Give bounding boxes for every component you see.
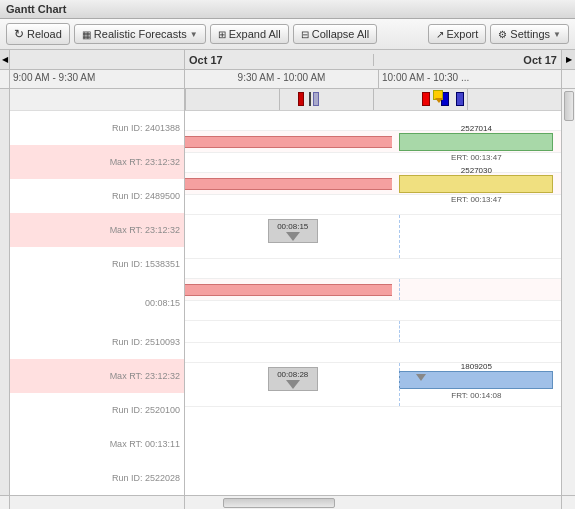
marker-yellow bbox=[433, 90, 443, 100]
label-row-1: Run ID: 2401388 bbox=[10, 111, 185, 145]
drop-bar-2: 00:08:28 bbox=[268, 367, 318, 391]
bar-id-3: 1809205 bbox=[461, 362, 492, 371]
left-nav-col bbox=[0, 89, 10, 495]
left-arrow-icon: ◀ bbox=[2, 55, 8, 64]
chart-row-2 bbox=[185, 153, 561, 173]
chart-row-4b bbox=[185, 279, 561, 301]
bar-label-3: FRT: 00:14:08 bbox=[451, 391, 501, 400]
drop-bar-label-1: 00:08:15 bbox=[277, 221, 308, 232]
h-scrollbar-thumb[interactable] bbox=[223, 498, 336, 508]
scroll-left-button[interactable]: ◀ bbox=[0, 50, 10, 69]
scrollbar-thumb[interactable] bbox=[564, 91, 574, 121]
green-bar-1: 2527014 ERT: 00:13:47 bbox=[399, 133, 553, 151]
chart-row-1b: 2527014 ERT: 00:13:47 bbox=[185, 131, 561, 153]
settings-label: Settings bbox=[510, 28, 550, 40]
chart-row-5 bbox=[185, 301, 561, 321]
label-row-3: Run ID: 2489500 bbox=[10, 179, 185, 213]
bar-id-1: 2527014 bbox=[461, 124, 492, 133]
run-id-4: Run ID: 2510093 bbox=[14, 337, 180, 347]
expand-all-label: Expand All bbox=[229, 28, 281, 40]
blue-bar-1: 1809205 FRT: 00:14:08 bbox=[399, 371, 553, 389]
run-id-5: Run ID: 2520100 bbox=[14, 405, 180, 415]
label-row-8: Max RT: 23:12:32 bbox=[10, 359, 185, 393]
chart-row-5b bbox=[185, 321, 561, 343]
settings-chevron-icon: ▼ bbox=[553, 30, 561, 39]
export-label: Export bbox=[447, 28, 479, 40]
yellow-bar-1: 2527030 ERT: 00:13:47 bbox=[399, 175, 553, 193]
gantt-header: ◀ Oct 17 Oct 17 ▶ 9:00 AM - 9:30 AM 9:30… bbox=[0, 50, 575, 89]
horizontal-scrollbar[interactable] bbox=[0, 495, 575, 509]
label-row-2: Max RT: 23:12:32 bbox=[10, 145, 185, 179]
label-row-11: Run ID: 2522028 bbox=[10, 461, 185, 495]
settings-icon: ⚙ bbox=[498, 29, 507, 40]
marker-red-2 bbox=[422, 92, 430, 106]
right-arrow-icon: ▶ bbox=[566, 55, 572, 64]
bar-id-2: 2527030 bbox=[461, 166, 492, 175]
title-bar: Gantt Chart bbox=[0, 0, 575, 19]
gantt-body: Run ID: 2401388 Max RT: 23:12:32 Run ID:… bbox=[0, 89, 575, 495]
drop-time-1: 00:08:15 bbox=[14, 298, 180, 308]
time-left: 9:00 AM - 9:30 AM bbox=[10, 70, 185, 88]
time-center: 9:30 AM - 10:00 AM bbox=[185, 70, 378, 88]
pink-bar-1 bbox=[185, 136, 392, 148]
toolbar-right: ↗ Export ⚙ Settings ▼ bbox=[428, 24, 569, 44]
title-text: Gantt Chart bbox=[6, 3, 67, 15]
drop-triangle-2 bbox=[286, 380, 300, 389]
gantt-content: Run ID: 2401388 Max RT: 23:12:32 Run ID:… bbox=[0, 89, 575, 495]
labels-column: Run ID: 2401388 Max RT: 23:12:32 Run ID:… bbox=[10, 89, 185, 495]
run-id-3: Run ID: 1538351 bbox=[14, 259, 180, 269]
run-id-2: Run ID: 2489500 bbox=[14, 191, 180, 201]
forecast-icon: ▦ bbox=[82, 29, 91, 40]
label-row-9: Run ID: 2520100 bbox=[10, 393, 185, 427]
realistic-forecasts-button[interactable]: ▦ Realistic Forecasts ▼ bbox=[74, 24, 206, 44]
label-row-10: Max RT: 00:13:11 bbox=[10, 427, 185, 461]
dashed-line-1 bbox=[399, 215, 400, 258]
drop-bar-1: 00:08:15 bbox=[268, 219, 318, 243]
max-rt-4: Max RT: 00:13:11 bbox=[14, 439, 180, 449]
time-ruler bbox=[185, 89, 561, 111]
max-rt-1: Max RT: 23:12:32 bbox=[14, 157, 180, 167]
dashed-line-2 bbox=[399, 279, 400, 300]
collapse-all-button[interactable]: ⊟ Collapse All bbox=[293, 24, 377, 44]
label-row-5: Run ID: 1538351 bbox=[10, 247, 185, 281]
toolbar: ↻ Reload ▦ Realistic Forecasts ▼ ⊞ Expan… bbox=[0, 19, 575, 50]
chart-row-6b: 00:08:28 1809205 FRT: 00:14:08 bbox=[185, 363, 561, 407]
chart-area: 2527014 ERT: 00:13:47 2527030 ERT: 00:13… bbox=[185, 89, 561, 495]
marker-divider bbox=[309, 92, 311, 106]
expand-all-button[interactable]: ⊞ Expand All bbox=[210, 24, 289, 44]
reload-button[interactable]: ↻ Reload bbox=[6, 23, 70, 45]
dashed-line-3 bbox=[399, 321, 400, 342]
chevron-down-icon: ▼ bbox=[190, 30, 198, 39]
export-button[interactable]: ↗ Export bbox=[428, 24, 487, 44]
chart-row-4 bbox=[185, 259, 561, 279]
drop-triangle-1 bbox=[286, 232, 300, 241]
settings-button[interactable]: ⚙ Settings ▼ bbox=[490, 24, 569, 44]
chart-row-3 bbox=[185, 195, 561, 215]
marker-blue-1 bbox=[313, 92, 319, 106]
time-right: 10:00 AM - 10:30 ... bbox=[378, 70, 561, 88]
date-right: Oct 17 bbox=[373, 54, 562, 66]
drop-bar-label-2: 00:08:28 bbox=[277, 369, 308, 380]
realistic-forecasts-label: Realistic Forecasts bbox=[94, 28, 187, 40]
run-id-6: Run ID: 2522028 bbox=[14, 473, 180, 483]
scroll-right-button[interactable]: ▶ bbox=[561, 50, 575, 69]
reload-label: Reload bbox=[27, 28, 62, 40]
collapse-all-label: Collapse All bbox=[312, 28, 369, 40]
run-id-1: Run ID: 2401388 bbox=[14, 123, 180, 133]
max-rt-3: Max RT: 23:12:32 bbox=[14, 371, 180, 381]
label-row-7: Run ID: 2510093 bbox=[10, 325, 185, 359]
vertical-scrollbar[interactable] bbox=[561, 89, 575, 495]
chart-row-6 bbox=[185, 343, 561, 363]
dashed-line-4 bbox=[399, 363, 400, 406]
pink-bar-3 bbox=[185, 284, 392, 296]
yellow-arrow-icon bbox=[435, 98, 443, 103]
label-row-4: Max RT: 23:12:32 bbox=[10, 213, 185, 247]
pink-bar-2 bbox=[185, 178, 392, 190]
expand-icon: ⊞ bbox=[218, 29, 226, 40]
chart-row-3b: 00:08:15 bbox=[185, 215, 561, 259]
chart-row-2b: 2527030 ERT: 00:13:47 bbox=[185, 173, 561, 195]
marker-blue-3 bbox=[456, 92, 464, 106]
reload-icon: ↻ bbox=[14, 27, 24, 41]
label-row-6: 00:08:15 bbox=[10, 281, 185, 325]
max-rt-2: Max RT: 23:12:32 bbox=[14, 225, 180, 235]
